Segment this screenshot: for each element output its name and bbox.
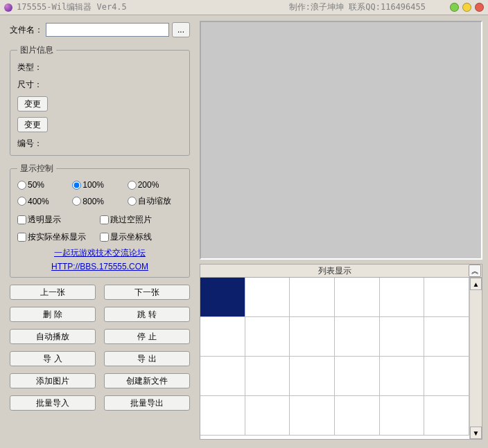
display-legend: 显示控制 bbox=[17, 163, 56, 174]
scroll-down-icon[interactable]: ▼ bbox=[470, 427, 482, 439]
right-panel: 列表显示 ︽ bbox=[200, 15, 488, 448]
left-panel: 文件名： ... 图片信息 类型： 尺寸： 变更 变更 编号： 显示控制 50%… bbox=[0, 15, 200, 448]
list-item[interactable] bbox=[380, 357, 425, 396]
id-label: 编号： bbox=[17, 138, 182, 150]
app-icon bbox=[4, 3, 12, 12]
delete-button[interactable]: 删 除 bbox=[10, 307, 96, 322]
display-control-group: 显示控制 50% 100% 200% 400% 800% 自动缩放 透明显示 跳… bbox=[10, 163, 190, 278]
list-item[interactable] bbox=[424, 278, 469, 317]
preview-area bbox=[200, 21, 482, 260]
list-item[interactable] bbox=[380, 396, 425, 436]
zoom-200[interactable]: 200% bbox=[128, 180, 182, 190]
browse-button[interactable]: ... bbox=[172, 22, 190, 37]
list-item[interactable] bbox=[424, 396, 469, 436]
size-label: 尺寸： bbox=[17, 79, 182, 91]
list-item[interactable] bbox=[245, 357, 290, 396]
prev-button[interactable]: 上一张 bbox=[10, 285, 96, 300]
chk-skip-empty[interactable]: 跳过空照片 bbox=[100, 214, 182, 226]
zoom-400[interactable]: 400% bbox=[17, 195, 72, 207]
list-item[interactable] bbox=[245, 396, 290, 436]
change-button-1[interactable]: 变更 bbox=[17, 96, 48, 111]
list-header: 列表显示 ︽ bbox=[200, 264, 482, 278]
change-button-2[interactable]: 变更 bbox=[17, 117, 48, 132]
list-item[interactable] bbox=[290, 396, 335, 436]
batch-import-button[interactable]: 批量导入 bbox=[10, 395, 96, 411]
autoplay-button[interactable]: 自动播放 bbox=[10, 329, 96, 344]
chk-transparent[interactable]: 透明显示 bbox=[17, 214, 100, 226]
list-item[interactable] bbox=[335, 396, 380, 436]
image-info-legend: 图片信息 bbox=[17, 44, 56, 56]
scroll-track[interactable] bbox=[470, 290, 482, 427]
list-item[interactable] bbox=[245, 278, 290, 317]
zoom-50[interactable]: 50% bbox=[17, 180, 72, 190]
forum-link[interactable]: 一起玩游戏技术交流论坛 bbox=[54, 247, 146, 259]
list-item[interactable] bbox=[200, 278, 245, 317]
stop-button[interactable]: 停 止 bbox=[104, 329, 190, 344]
list-item[interactable] bbox=[380, 278, 425, 317]
next-button[interactable]: 下一张 bbox=[104, 285, 190, 300]
scroll-up-icon[interactable]: ▲ bbox=[470, 278, 482, 290]
vertical-scrollbar[interactable]: ▲ ▼ bbox=[469, 278, 482, 439]
bbs-link[interactable]: HTTP://BBS.175555.COM bbox=[51, 262, 148, 271]
jump-button[interactable]: 跳 转 bbox=[104, 307, 190, 322]
list-item[interactable] bbox=[335, 278, 380, 317]
chk-show-axis[interactable]: 显示坐标线 bbox=[100, 231, 182, 243]
list-item[interactable] bbox=[245, 317, 290, 357]
zoom-800[interactable]: 800% bbox=[72, 195, 127, 207]
export-button[interactable]: 导 出 bbox=[104, 351, 190, 366]
add-image-button[interactable]: 添加图片 bbox=[10, 373, 96, 388]
new-file-button[interactable]: 创建新文件 bbox=[104, 373, 190, 388]
filename-input[interactable] bbox=[46, 23, 169, 37]
list-item[interactable] bbox=[335, 357, 380, 396]
chk-real-coord[interactable]: 按实际坐标显示 bbox=[17, 231, 100, 243]
list-item[interactable] bbox=[200, 396, 245, 436]
list-item[interactable] bbox=[335, 317, 380, 357]
filename-row: 文件名： ... bbox=[10, 22, 190, 37]
list-item[interactable] bbox=[380, 317, 425, 357]
list-item[interactable] bbox=[200, 357, 245, 396]
filename-label: 文件名： bbox=[10, 24, 43, 36]
list-item[interactable] bbox=[290, 357, 335, 396]
zoom-100[interactable]: 100% bbox=[72, 180, 127, 190]
close-button[interactable] bbox=[475, 3, 484, 12]
maximize-button[interactable] bbox=[462, 3, 471, 12]
list-item[interactable] bbox=[200, 317, 245, 357]
batch-export-button[interactable]: 批量导出 bbox=[104, 395, 190, 411]
list-item[interactable] bbox=[424, 317, 469, 357]
list-body: ▲ ▼ bbox=[200, 278, 482, 440]
thumbnail-grid[interactable] bbox=[200, 278, 469, 439]
title-text-left: 175555-Wil编辑器 Ver4.5 bbox=[17, 1, 127, 13]
image-info-group: 图片信息 类型： 尺寸： 变更 变更 编号： bbox=[10, 44, 190, 156]
title-bar: 175555-Wil编辑器 Ver4.5 制作:浪子坤坤 联系QQ:116496… bbox=[0, 0, 488, 15]
minimize-button[interactable] bbox=[450, 3, 459, 12]
list-item[interactable] bbox=[290, 317, 335, 357]
type-label: 类型： bbox=[17, 62, 182, 73]
title-text-right: 制作:浪子坤坤 联系QQ:116496455 bbox=[289, 1, 426, 13]
nav-button-grid: 上一张 下一张 删 除 跳 转 自动播放 停 止 导 入 导 出 添加图片 创建… bbox=[10, 285, 190, 411]
list-item[interactable] bbox=[290, 278, 335, 317]
zoom-auto[interactable]: 自动缩放 bbox=[128, 195, 182, 207]
list-item[interactable] bbox=[424, 357, 469, 396]
collapse-list-icon[interactable]: ︽ bbox=[469, 265, 481, 277]
list-title: 列表显示 bbox=[318, 266, 351, 276]
import-button[interactable]: 导 入 bbox=[10, 351, 96, 366]
